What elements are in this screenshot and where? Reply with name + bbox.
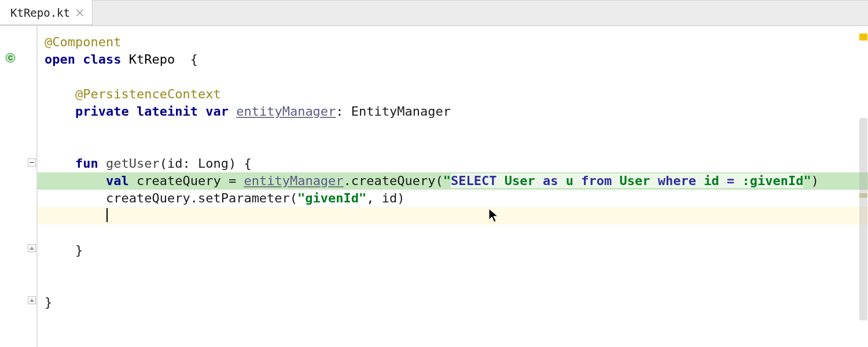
tab-bar: KtRepo.kt xyxy=(0,0,868,26)
fold-expand-icon[interactable] xyxy=(28,296,36,304)
close-icon[interactable] xyxy=(76,9,84,17)
error-stripe[interactable] xyxy=(859,25,868,347)
code-line: private lateinit var entityManager: Enti… xyxy=(45,103,868,120)
file-tab-ktrepo[interactable]: KtRepo.kt xyxy=(0,0,93,25)
code-line xyxy=(45,207,868,224)
code-area[interactable]: @Component open class KtRepo { @Persiste… xyxy=(38,25,868,347)
warning-marker[interactable] xyxy=(859,34,867,40)
fold-collapse-icon[interactable] xyxy=(28,158,36,167)
file-tab-label: KtRepo.kt xyxy=(10,6,70,19)
editor-gutter: C xyxy=(0,25,38,347)
code-line: open class KtRepo { xyxy=(45,51,868,68)
tab-bar-empty xyxy=(93,0,868,25)
fold-expand-icon[interactable] xyxy=(28,244,36,252)
code-line: @Component xyxy=(45,34,868,51)
code-line: } xyxy=(45,242,868,259)
code-line: } xyxy=(45,294,868,311)
code-line: fun getUser(id: Long) { xyxy=(45,155,868,172)
code-line: createQuery.setParameter("givenId", id) xyxy=(45,190,868,207)
vertical-scrollbar[interactable] xyxy=(859,118,867,320)
svg-text:C: C xyxy=(8,54,13,61)
code-line: @PersistenceContext xyxy=(45,86,868,103)
text-caret xyxy=(106,208,108,222)
code-line: val createQuery = entityManager.createQu… xyxy=(38,172,868,190)
code-editor[interactable]: C @Component open class KtRepo { @Persis… xyxy=(0,25,868,347)
class-icon[interactable]: C xyxy=(5,52,16,64)
